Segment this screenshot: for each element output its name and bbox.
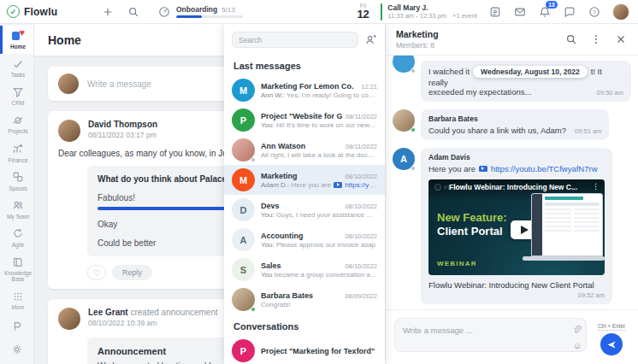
help-icon[interactable]: ?: [588, 5, 601, 19]
message-avatar[interactable]: [393, 56, 415, 73]
chat-search-icon[interactable]: [564, 32, 578, 46]
product-updates-icon[interactable]: [10, 320, 23, 333]
preview-link: https://youtu.b...: [345, 181, 377, 189]
announcement-box: Announcement We have central heating pro…: [87, 338, 224, 364]
chat-message-input[interactable]: [394, 318, 587, 352]
message-avatar[interactable]: [393, 109, 415, 132]
bell-icon[interactable]: 13: [538, 5, 552, 19]
user-avatar[interactable]: [612, 3, 629, 21]
notes-icon[interactable]: [488, 5, 502, 19]
chat-time: 08/10/2022: [345, 262, 377, 270]
video-overlay-title: Flowlu Webinar: Introducing New C...: [449, 183, 588, 191]
chat-list-item[interactable]: M Marketing For Lemon Co.12:21 Ann W.: Y…: [224, 75, 385, 105]
upcoming-event[interactable]: Call Mary J. 11:33 am - 12:33 pm +1 even…: [381, 3, 477, 21]
sidebar-item-finance[interactable]: Finance: [0, 139, 33, 167]
send-button[interactable]: [600, 333, 623, 355]
chat-members[interactable]: Members: 8: [396, 41, 439, 50]
chat-message: A Adam Davis Here you are https://youtu.…: [393, 148, 631, 304]
onboarding-progressbar: [176, 15, 243, 18]
sidebar-item-spaces[interactable]: Spaces: [0, 167, 33, 196]
poll-result-bar: [97, 207, 224, 210]
like-button[interactable]: ♡: [87, 265, 106, 280]
conversation-avatar: P: [232, 339, 255, 362]
sidebar-item-agile[interactable]: Agile: [0, 224, 33, 252]
onboarding-progress[interactable]: Onboarding 5/13: [157, 5, 243, 19]
sidebar-item-knowledge-base[interactable]: Knowledge Base: [0, 252, 33, 286]
search-icon[interactable]: [127, 5, 140, 19]
feed-composer[interactable]: Write a message: [48, 67, 224, 101]
last-messages-heading: Last messages: [224, 54, 385, 75]
chat-avatar: P: [232, 109, 255, 132]
feed-post-poll: David Thompson 08/11/2022 03:17 pm Dear …: [48, 111, 224, 289]
post-date: 08/11/2022 03:17 pm: [88, 131, 157, 139]
book-icon: [12, 255, 25, 268]
conversation-list-item[interactable]: P Project "Marketing for Texford": [224, 336, 385, 364]
flowlu-app: ✓ Flowlu Onboarding 5/13: [0, 0, 638, 364]
close-icon[interactable]: [614, 32, 628, 46]
feed-scroll[interactable]: Write a message David Thompson 08/11/202…: [34, 56, 224, 364]
svg-text:?: ?: [593, 9, 596, 15]
emoji-icon[interactable]: ☺: [573, 342, 582, 350]
chat-bubble-icon[interactable]: [563, 5, 576, 19]
message-author[interactable]: Adam Davis: [428, 153, 605, 161]
poll-box: What do you think about Palace Hotel as …: [87, 166, 224, 256]
video-link[interactable]: https://youtu.be/TCfwyafN7rw: [491, 164, 598, 173]
message-author[interactable]: Barbara Bates: [428, 114, 601, 123]
preview-text: Guys, I need your assistance with the...: [276, 211, 377, 219]
chat-name: Barbara Bates: [261, 291, 313, 300]
add-chat-icon[interactable]: [364, 33, 377, 46]
chat-list-item-selected[interactable]: M Marketing08/10/2022 Adam D.: Here you …: [224, 165, 385, 195]
avatar-initial: P: [240, 346, 246, 356]
post-author-name[interactable]: David Thompson: [88, 120, 157, 129]
onboarding-icon: [157, 5, 171, 19]
kebab-menu-icon[interactable]: [589, 32, 603, 46]
poll-option[interactable]: Could be better: [97, 238, 224, 248]
preview-text: Hi! It's time to work on our new project…: [276, 121, 377, 129]
event-more[interactable]: +1 event: [452, 12, 477, 20]
agile-icon: [12, 227, 25, 240]
avatar-initial: S: [240, 265, 246, 275]
sidebar-item-more[interactable]: More: [0, 286, 33, 314]
video-embed[interactable]: ✓Flowlu Flowlu Webinar: Introducing New …: [428, 179, 605, 275]
chat-list-item[interactable]: A Accounting08/10/2022 You: Please appro…: [224, 225, 385, 255]
post-author-avatar[interactable]: [58, 308, 80, 330]
chat-list-item[interactable]: Ann Watson08/11/2022 All right, I will t…: [224, 135, 385, 165]
message-text: Here you are: [428, 164, 476, 173]
page-title: Home: [48, 33, 81, 47]
poll-option[interactable]: Fabulous!: [97, 193, 224, 203]
sidebar-item-crm[interactable]: CRM: [0, 82, 33, 110]
sidebar-item-tasks[interactable]: Tasks: [0, 54, 33, 82]
chat-list-item[interactable]: P Project "Website for Gre...08/11/2022 …: [224, 105, 385, 135]
status-dot-online: [411, 127, 416, 132]
announcement-title: Announcement: [97, 346, 224, 356]
message-avatar[interactable]: A: [393, 148, 415, 170]
plus-icon[interactable]: [101, 5, 115, 19]
post-author-avatar[interactable]: [58, 120, 80, 142]
sidebar-item-my-team[interactable]: My Team: [0, 196, 33, 224]
chat-list-item[interactable]: S Sales08/10/2022 You became a group con…: [224, 255, 385, 285]
flowlu-logo[interactable]: ✓ Flowlu: [7, 5, 89, 18]
chat-list-item[interactable]: Barbara Bates08/09/2022 Congrats!: [224, 285, 385, 314]
chat-name: Project "Website for Gre...: [261, 112, 342, 120]
sidebar-item-projects[interactable]: Projects: [0, 110, 33, 138]
event-time: 11:33 am - 12:33 pm: [387, 12, 446, 20]
chat-list-item[interactable]: D Devs08/10/2022 You: Guys, I need your …: [224, 195, 385, 225]
chat-messages[interactable]: I watched itWednesday, August 10, 2022t!…: [386, 56, 638, 309]
calendar-date[interactable]: Fri 12: [357, 3, 369, 21]
reply-button[interactable]: Reply: [112, 265, 152, 280]
video-tag: WEBINAR: [437, 260, 477, 267]
video-kebab-icon[interactable]: ⋮: [592, 183, 600, 191]
chat-time: 08/10/2022: [345, 203, 377, 210]
video-caption: Flowlu Webinar: Introducing New Client P…: [428, 280, 605, 290]
topbar: ✓ Flowlu Onboarding 5/13: [0, 0, 638, 24]
message-bubble: Adam Davis Here you are https://youtu.be…: [421, 148, 612, 304]
paperclip-icon[interactable]: [571, 323, 582, 333]
messenger-search-input[interactable]: [232, 32, 358, 48]
settings-icon[interactable]: [10, 343, 23, 356]
mail-icon[interactable]: [513, 5, 527, 19]
post-author-name[interactable]: Lee Grant: [88, 308, 128, 317]
onboarding-progress-fill: [176, 15, 202, 18]
poll-option[interactable]: Okay: [97, 220, 224, 229]
send-shortcut-hint: Ctrl + Enter: [598, 323, 625, 331]
sidebar-item-home[interactable]: ♥ Home: [0, 26, 33, 54]
